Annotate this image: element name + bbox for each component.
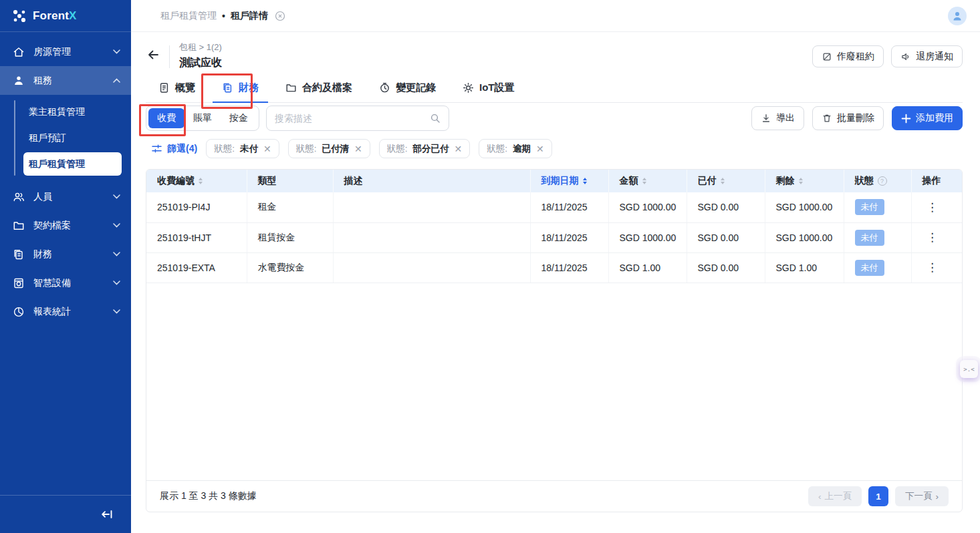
cell-remaining: SGD 1.00 [765, 252, 844, 283]
filter-toggle[interactable]: 篩選(4) [151, 143, 197, 155]
sidebar-nav: 房源管理 租務 業主租賃管理 租戶預訂 租戶租賃管理 人員 [0, 32, 131, 495]
cell-actions: ⋮ [911, 192, 963, 222]
table-body: 251019-PI4J 租金 18/11/2025 SGD 1000.00 SG… [146, 192, 963, 283]
add-fee-button[interactable]: 添加費用 [892, 106, 963, 130]
breadcrumb-parent[interactable]: 租戶租賃管理 [160, 10, 217, 22]
chevron-down-icon [113, 194, 120, 199]
chevron-down-icon [113, 49, 120, 54]
cell-description [333, 192, 530, 222]
search-input[interactable] [275, 113, 430, 124]
cell-paid: SGD 0.00 [687, 252, 765, 283]
cell-due-date: 18/11/2025 [530, 252, 608, 283]
sidebar-subitem-tenant-booking[interactable]: 租戶預訂 [23, 125, 122, 151]
sidebar-item-smart-devices[interactable]: 智慧設備 [0, 269, 131, 297]
detail-tabs: 概覽 財務 合約及檔案 變更記錄 [146, 81, 963, 103]
tab-overview[interactable]: 概覽 [158, 81, 195, 94]
cell-amount: SGD 1000.00 [608, 192, 687, 222]
sidebar-item-label: 租務 [33, 75, 104, 87]
sidebar-item-tenancy[interactable]: 租務 [0, 66, 131, 95]
remove-chip-icon[interactable]: ✕ [536, 144, 544, 154]
subtab-bills[interactable]: 賬單 [185, 108, 221, 128]
cell-paid: SGD 0.00 [687, 192, 765, 222]
sidebar-subitem-tenant-lease[interactable]: 租戶租賃管理 [23, 152, 122, 176]
help-icon[interactable]: ? [878, 176, 887, 186]
assistant-widget[interactable]: >.< [960, 360, 978, 378]
chevron-left-icon: ‹ [818, 492, 822, 502]
sort-icon[interactable] [721, 178, 725, 184]
chevron-down-icon [113, 252, 120, 256]
cell-description [333, 252, 530, 283]
sidebar-item-label: 智慧設備 [33, 277, 104, 289]
status-badge: 未付 [855, 199, 884, 215]
sort-icon[interactable] [583, 178, 587, 184]
remove-chip-icon[interactable]: ✕ [263, 144, 271, 154]
col-status: 狀態? [844, 170, 911, 192]
cell-paid: SGD 0.00 [687, 222, 765, 252]
sidebar-subitem-owner-lease[interactable]: 業主租賃管理 [23, 99, 122, 125]
subtab-charges[interactable]: 收費 [148, 108, 185, 128]
prev-page-button[interactable]: ‹ 上一頁 [808, 486, 862, 506]
sort-icon[interactable] [799, 178, 803, 184]
cell-charge-id: 251019-tHJT [146, 222, 247, 252]
folder-icon [13, 220, 25, 232]
tab-change-log[interactable]: 變更記錄 [379, 81, 436, 94]
lease-breadcrumb: 包租 > 1(2) [179, 41, 222, 53]
row-menu-kebab-icon[interactable]: ⋮ [923, 232, 943, 243]
speaker-icon [900, 51, 911, 62]
col-amount[interactable]: 金額 [608, 170, 687, 192]
cell-amount: SGD 1.00 [608, 252, 687, 283]
user-avatar[interactable] [948, 7, 967, 25]
home-icon [13, 46, 25, 58]
tab-contracts-files[interactable]: 合約及檔案 [285, 81, 352, 94]
checkout-notice-button[interactable]: 退房通知 [891, 45, 963, 67]
breadcrumb-current[interactable]: 租戶詳情 [231, 10, 268, 22]
col-remaining[interactable]: 剩餘 [765, 170, 844, 192]
remove-chip-icon[interactable]: ✕ [354, 144, 362, 154]
tab-close-icon[interactable] [275, 11, 285, 21]
sidebar-item-finance[interactable]: 財務 [0, 240, 131, 269]
subtab-deposits[interactable]: 按金 [221, 108, 257, 128]
sidebar: ForentX 房源管理 租務 業主租賃管理 租戶預訂 租戶租賃管理 人 [0, 0, 131, 533]
export-button[interactable]: 導出 [751, 106, 804, 130]
search-box [266, 106, 449, 131]
collapse-sidebar-icon[interactable] [100, 508, 114, 520]
charges-toolbar: 收費 賬單 按金 導出 [146, 104, 963, 131]
pie-chart-icon [13, 306, 25, 318]
col-due-date[interactable]: 到期日期 [530, 170, 608, 192]
row-menu-kebab-icon[interactable]: ⋮ [923, 262, 943, 273]
sidebar-item-properties[interactable]: 房源管理 [0, 37, 131, 66]
sidebar-item-people[interactable]: 人員 [0, 182, 131, 211]
bulk-delete-button[interactable]: 批量刪除 [812, 106, 884, 130]
row-menu-kebab-icon[interactable]: ⋮ [923, 202, 943, 213]
tab-iot-settings[interactable]: IoT設置 [463, 81, 515, 94]
sort-icon[interactable] [199, 178, 203, 184]
back-button[interactable] [146, 46, 161, 63]
table-row: 251019-tHJT 租賃按金 18/11/2025 SGD 1000.00 … [146, 222, 963, 252]
tab-finance[interactable]: 財務 [222, 81, 259, 94]
person-icon [13, 75, 25, 87]
results-summary: 展示 1 至 3 共 3 條數據 [160, 490, 257, 502]
sidebar-item-label: 人員 [33, 191, 104, 203]
sort-icon[interactable] [642, 178, 646, 184]
col-description: 描述 [333, 170, 530, 192]
void-document-icon [822, 51, 832, 62]
remove-chip-icon[interactable]: ✕ [454, 144, 462, 154]
trash-icon [822, 113, 832, 124]
void-lease-button[interactable]: 作廢租約 [812, 45, 884, 67]
table-footer: 展示 1 至 3 共 3 條數據 ‹ 上一頁 1 下一頁 › [146, 480, 962, 512]
filter-chip: 狀態:逾期 ✕ [479, 139, 552, 158]
col-charge-id[interactable]: 收費編號 [146, 170, 247, 192]
history-clock-icon [379, 82, 390, 94]
sidebar-item-contracts[interactable]: 契約檔案 [0, 211, 131, 240]
cell-remaining: SGD 1000.00 [765, 192, 844, 222]
people-icon [13, 191, 25, 203]
brand-logo[interactable]: ForentX [0, 0, 131, 32]
cell-charge-id: 251019-PI4J [146, 192, 247, 222]
filter-row: 篩選(4) 狀態:未付 ✕ 狀態:已付清 ✕ 狀態:部分已付 ✕ 狀態:逾期 ✕ [146, 139, 963, 158]
charges-table: 收費編號 類型 描述 到期日期 金額 已付 剩餘 狀態? 操作 251019-P… [146, 170, 963, 283]
table-empty-area [146, 283, 962, 481]
next-page-button[interactable]: 下一頁 › [895, 486, 949, 506]
sidebar-item-reports[interactable]: 報表統計 [0, 297, 131, 326]
col-paid[interactable]: 已付 [687, 170, 765, 192]
current-page-button[interactable]: 1 [868, 486, 888, 506]
